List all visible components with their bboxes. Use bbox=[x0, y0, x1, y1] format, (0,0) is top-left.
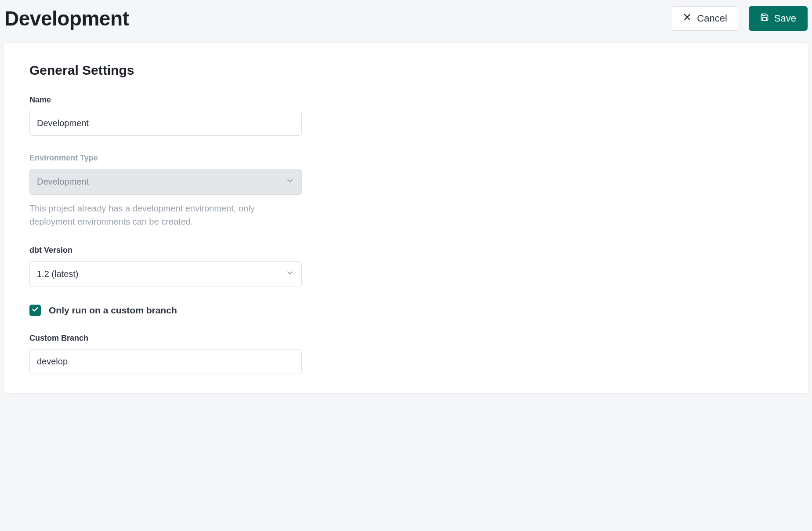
custom-branch-input[interactable] bbox=[29, 349, 302, 374]
environment-type-field-group: Environment Type Development This projec… bbox=[29, 153, 783, 228]
page-title: Development bbox=[4, 7, 129, 30]
name-label: Name bbox=[29, 95, 783, 105]
save-icon bbox=[760, 13, 769, 24]
section-title: General Settings bbox=[29, 63, 783, 78]
environment-type-help: This project already has a development e… bbox=[29, 202, 302, 228]
custom-branch-label: Custom Branch bbox=[29, 334, 783, 343]
check-icon bbox=[32, 306, 39, 315]
cancel-button-label: Cancel bbox=[697, 13, 727, 24]
chevron-down-icon bbox=[286, 176, 294, 187]
cancel-button[interactable]: Cancel bbox=[671, 6, 739, 31]
environment-type-label: Environment Type bbox=[29, 153, 783, 163]
environment-type-value: Development bbox=[37, 177, 89, 187]
custom-branch-field-group: Custom Branch bbox=[29, 334, 783, 374]
dbt-version-label: dbt Version bbox=[29, 246, 783, 255]
name-field-group: Name bbox=[29, 95, 783, 136]
custom-branch-toggle-label[interactable]: Only run on a custom branch bbox=[49, 305, 177, 316]
dbt-version-select[interactable]: 1.2 (latest) bbox=[29, 261, 302, 287]
name-input[interactable] bbox=[29, 111, 302, 136]
save-button-label: Save bbox=[774, 13, 796, 24]
dbt-version-field-group: dbt Version 1.2 (latest) bbox=[29, 246, 783, 287]
custom-branch-checkbox[interactable] bbox=[29, 305, 41, 316]
close-icon bbox=[683, 13, 692, 24]
action-buttons: Cancel Save bbox=[671, 6, 808, 31]
custom-branch-toggle-row: Only run on a custom branch bbox=[29, 305, 783, 316]
chevron-down-icon bbox=[286, 269, 294, 280]
settings-card: General Settings Name Environment Type D… bbox=[4, 42, 808, 394]
environment-type-select: Development bbox=[29, 169, 302, 195]
dbt-version-value: 1.2 (latest) bbox=[37, 269, 78, 279]
save-button[interactable]: Save bbox=[749, 6, 808, 31]
